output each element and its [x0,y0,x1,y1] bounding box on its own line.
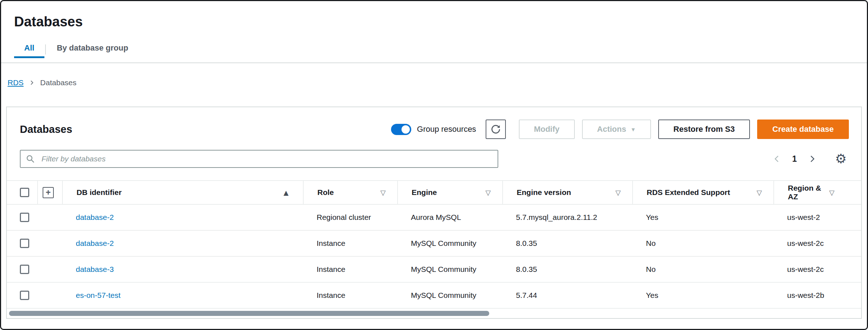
tab-divider [45,44,46,55]
row-expand-cell [37,283,62,308]
filter-caret-icon[interactable]: ▽ [756,188,773,196]
previous-page-button[interactable] [771,152,784,165]
expand-all-cell: + [37,181,62,204]
page-number[interactable]: 1 [792,154,797,164]
sort-ascending-icon: ▲ [283,189,303,196]
page-header: Databases [1,1,867,30]
header-region-az-label: Region & AZ [788,184,829,201]
row-checkbox[interactable] [20,265,29,274]
tab-by-database-group[interactable]: By database group [47,40,138,58]
caret-down-icon: ▼ [630,127,636,132]
header-engine-version-label: Engine version [517,188,571,197]
filter-input[interactable] [20,150,498,168]
breadcrumb: RDS Databases [8,78,867,87]
horizontal-scrollbar-thumb[interactable] [9,311,489,316]
role-value: Regional cluster [317,213,371,222]
actions-button-label: Actions [597,125,626,134]
panel-title: Databases [20,123,72,135]
restore-from-s3-button[interactable]: Restore from S3 [658,120,750,139]
gear-icon: ⚙ [835,151,847,166]
db-identifier-link[interactable]: database-3 [76,265,114,274]
engine-value: MySQL Community [411,239,476,248]
actions-button[interactable]: Actions ▼ [582,120,651,139]
rds-extended-support-value: No [646,265,656,274]
horizontal-scrollbar[interactable] [7,309,861,318]
engine-version-value: 5.7.44 [516,291,537,300]
header-role[interactable]: Role ▽ [303,181,397,204]
region-az-value: us-west-2c [787,239,824,248]
panel-controls: Group resources Modify Actions ▼ Res [391,120,849,139]
settings-button[interactable]: ⚙ [833,152,849,166]
table-row: es-on-57-test Instance MySQL Community 5… [7,283,861,309]
chevron-right-icon [29,79,35,86]
chevron-left-icon [773,155,781,163]
tabs-bottom-divider [1,62,867,63]
filter-caret-icon[interactable]: ▽ [380,188,397,196]
search-icon [26,154,35,164]
chevron-right-icon [808,155,816,163]
role-value: Instance [317,265,345,274]
filter-caret-icon[interactable]: ▽ [615,188,632,196]
row-checkbox[interactable] [20,213,29,222]
group-resources-label: Group resources [417,125,476,134]
role-value: Instance [317,239,345,248]
engine-value: MySQL Community [411,265,476,274]
tab-by-database-group-label: By database group [57,43,128,52]
select-all-checkbox[interactable] [20,188,29,197]
row-checkbox[interactable] [20,239,29,248]
filter-caret-icon[interactable]: ▽ [829,188,846,196]
panel-header: Databases Group resources Modify [7,107,861,150]
select-all-cell [7,181,37,204]
engine-value: MySQL Community [411,291,476,300]
rds-extended-support-value: Yes [646,291,658,300]
row-expand-cell [37,205,62,230]
header-role-label: Role [317,188,334,197]
engine-version-value: 8.0.35 [516,265,537,274]
header-db-identifier-label: DB identifier [77,188,122,197]
db-identifier-link[interactable]: es-on-57-test [76,291,121,300]
refresh-icon [491,124,501,134]
row-checkbox[interactable] [20,291,29,300]
table-row: database-2 Regional cluster Aurora MySQL… [7,205,861,231]
create-database-button[interactable]: Create database [757,120,849,139]
header-rds-extended-support-label: RDS Extended Support [647,188,730,197]
table-row: database-3 Instance MySQL Community 8.0.… [7,257,861,283]
filter-row: 1 ⚙ [7,150,861,168]
table-row: database-2 Instance MySQL Community 8.0.… [7,231,861,257]
breadcrumb-rds-link[interactable]: RDS [8,78,23,87]
db-identifier-link[interactable]: database-2 [76,213,114,222]
region-az-value: us-west-2b [787,291,824,300]
region-az-value: us-west-2c [787,265,824,274]
role-value: Instance [317,291,345,300]
header-region-az[interactable]: Region & AZ ▽ [773,181,861,204]
engine-value: Aurora MySQL [411,213,461,222]
tab-all-label: All [24,43,34,52]
tab-all[interactable]: All [14,40,44,58]
modify-button-label: Modify [534,125,560,134]
group-resources-toggle[interactable] [391,124,411,135]
header-engine[interactable]: Engine ▽ [397,181,502,204]
refresh-button[interactable] [486,120,506,139]
header-engine-label: Engine [412,188,437,197]
breadcrumb-current: Databases [40,78,76,87]
engine-version-value: 5.7.mysql_aurora.2.11.2 [516,213,597,222]
page-title: Databases [14,14,854,30]
table-header-row: + DB identifier ▲ Role ▽ Engine ▽ Engine… [7,181,861,205]
next-page-button[interactable] [806,152,819,165]
databases-table: + DB identifier ▲ Role ▽ Engine ▽ Engine… [7,180,861,309]
rds-extended-support-value: No [646,239,656,248]
modify-button[interactable]: Modify [519,120,575,139]
group-resources-control: Group resources [391,124,476,135]
header-db-identifier[interactable]: DB identifier ▲ [62,181,303,204]
create-database-label: Create database [772,125,834,134]
pagination: 1 ⚙ [771,152,849,166]
expand-all-button[interactable]: + [43,187,54,198]
databases-panel: Databases Group resources Modify [6,107,862,319]
plus-icon: + [45,188,51,197]
row-expand-cell [37,231,62,256]
header-engine-version[interactable]: Engine version ▽ [502,181,632,204]
filter-caret-icon[interactable]: ▽ [485,188,502,196]
restore-from-s3-label: Restore from S3 [673,125,735,134]
db-identifier-link[interactable]: database-2 [76,239,114,248]
header-rds-extended-support[interactable]: RDS Extended Support ▽ [632,181,773,204]
